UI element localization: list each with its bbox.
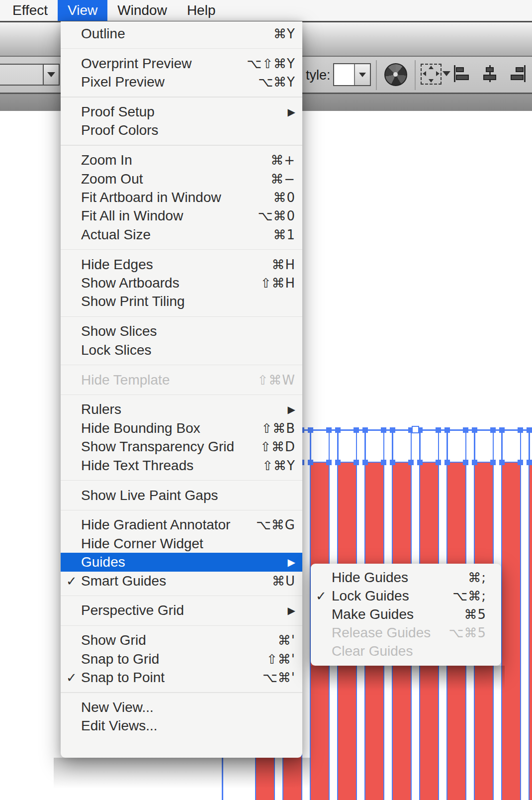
menu-item-overprint-preview[interactable]: Overprint Preview⌥⇧⌘Y [61,54,302,73]
anchor-handle[interactable] [463,460,468,465]
menu-item-actual-size[interactable]: Actual Size⌘1 [61,225,302,244]
anchor-handle[interactable] [362,427,368,433]
anchor-handle[interactable] [499,460,505,465]
left-dropdown-value[interactable] [0,65,44,85]
anchor-handle[interactable] [518,427,523,433]
select-similar-icon[interactable] [421,64,442,85]
anchor-handle[interactable] [335,427,341,433]
menu-item-zoom-out[interactable]: Zoom Out⌘− [61,170,302,188]
menu-item-snap-to-point[interactable]: ✓Snap to Point⌥⌘' [61,668,302,687]
anchor-handle[interactable] [381,460,386,465]
anchor-handle[interactable] [390,460,395,465]
menu-item-label: Show Slices [81,323,157,339]
anchor-handle[interactable] [527,460,532,465]
menu-item-perspective-grid[interactable]: Perspective Grid▶ [61,601,302,620]
menu-item-edit-views[interactable]: Edit Views... [61,717,302,735]
menu-item-make-guides[interactable]: Make Guides⌘5 [311,605,501,623]
menu-item-lock-guides[interactable]: ✓Lock Guides⌥⌘; [311,587,501,605]
anchor-handle[interactable] [472,460,477,465]
menu-item-proof-setup[interactable]: Proof Setup▶ [61,102,302,121]
menu-item-shortcut: ⌘' [278,633,295,648]
red-stripe[interactable] [501,462,521,800]
menubar-item-window[interactable]: Window [107,0,177,21]
menu-item-new-view[interactable]: New View... [61,698,302,716]
menu-item-label: New View... [81,700,154,715]
align-right-icon[interactable] [507,64,526,83]
menu-item-label: Hide Gradient Annotator [81,517,230,533]
menu-item-smart-guides[interactable]: ✓Smart Guides⌘U [61,572,302,590]
swatch-dropdown-icon[interactable] [355,64,370,85]
menu-item-show-slices[interactable]: Show Slices [61,322,302,341]
menu-item-hide-edges[interactable]: Hide Edges⌘H [61,255,302,274]
menu-item-zoom-in[interactable]: Zoom In⌘+ [61,151,302,169]
dropdown-arrow-icon[interactable] [443,71,450,76]
anchor-handle[interactable] [518,460,523,465]
menu-item-guides[interactable]: Guides▶ [61,553,302,571]
menu-item-show-live-paint-gaps[interactable]: Show Live Paint Gaps [61,486,302,504]
anchor-handle[interactable] [444,460,450,465]
menu-item-shortcut: ⇧⌘D [260,439,295,454]
menu-item-label: Actual Size [81,227,151,243]
anchor-handle[interactable] [326,427,332,433]
anchor-handle[interactable] [381,427,386,433]
color-wheel-icon[interactable] [384,63,407,86]
menu-item-show-transparency-grid[interactable]: Show Transparency Grid⇧⌘D [61,438,302,456]
anchor-handle[interactable] [463,427,468,433]
menu-item-show-artboards[interactable]: Show Artboards⇧⌘H [61,274,302,292]
menu-item-hide-bounding-box[interactable]: Hide Bounding Box⇧⌘B [61,419,302,437]
anchor-handle[interactable] [436,427,441,433]
menu-item-hide-gradient-annotator[interactable]: Hide Gradient Annotator⌥⌘G [61,516,302,534]
left-dropdown-field[interactable] [0,64,60,86]
anchor-handle[interactable] [362,460,368,465]
menu-item-show-grid[interactable]: Show Grid⌘' [61,631,302,650]
menubar-item-view[interactable]: View [58,0,107,21]
menu-item-outline[interactable]: Outline⌘Y [61,24,302,43]
menu-item-fit-all-in-window[interactable]: Fit All in Window⌥⌘0 [61,207,302,225]
anchor-handle-hollow[interactable] [412,426,419,433]
anchor-handle[interactable] [499,427,505,433]
anchor-handle[interactable] [490,460,496,465]
align-center-icon[interactable] [480,64,499,83]
menu-item-label: Outline [81,26,125,42]
toolbar-separator [415,60,416,90]
menu-item-pixel-preview[interactable]: Pixel Preview⌥⌘Y [61,73,302,91]
anchor-handle[interactable] [527,427,532,433]
menu-item-show-print-tiling[interactable]: Show Print Tiling [61,293,302,311]
menu-separator [61,48,302,49]
anchor-handle[interactable] [354,460,359,465]
menubar-item-help[interactable]: Help [177,0,226,21]
menu-item-rulers[interactable]: Rulers▶ [61,400,302,419]
menu-item-shortcut: ⌥⇧⌘Y [247,56,295,71]
anchor-handle[interactable] [354,427,359,433]
menu-item-hide-text-threads[interactable]: Hide Text Threads⇧⌘Y [61,456,302,475]
menubar-item-effect[interactable]: Effect [2,0,58,21]
anchor-handle[interactable] [417,460,423,465]
menu-item-hide-corner-widget[interactable]: Hide Corner Widget [61,534,302,553]
anchor-handle[interactable] [390,427,395,433]
anchor-handle[interactable] [308,460,313,465]
dropdown-arrow-icon[interactable] [44,65,59,85]
style-swatch[interactable] [334,64,355,85]
style-label: tyle: [306,68,331,83]
menu-item-snap-to-grid[interactable]: Snap to Grid⇧⌘' [61,650,302,668]
menu-separator [61,625,302,626]
style-swatch-dropdown[interactable] [333,63,371,86]
menu-item-fit-artboard-in-window[interactable]: Fit Artboard in Window⌘0 [61,188,302,206]
submenu-arrow-icon: ▶ [288,604,295,616]
anchor-handle[interactable] [436,460,441,465]
anchor-handle[interactable] [308,427,313,433]
anchor-handle[interactable] [472,427,477,433]
align-left-icon[interactable] [454,64,473,83]
anchor-handle[interactable] [408,460,414,465]
menu-item-shortcut: ⌘; [468,570,486,585]
menu-item-hide-guides[interactable]: Hide Guides⌘; [311,568,501,587]
anchor-handle[interactable] [326,460,332,465]
anchor-handle[interactable] [444,427,450,433]
menu-item-label: Zoom Out [81,171,143,187]
anchor-handle[interactable] [490,427,496,433]
submenu-arrow-icon: ▶ [288,556,295,568]
anchor-handle[interactable] [335,460,341,465]
menu-item-lock-slices[interactable]: Lock Slices [61,341,302,359]
red-stripe[interactable] [529,462,532,800]
menu-item-proof-colors[interactable]: Proof Colors [61,121,302,140]
